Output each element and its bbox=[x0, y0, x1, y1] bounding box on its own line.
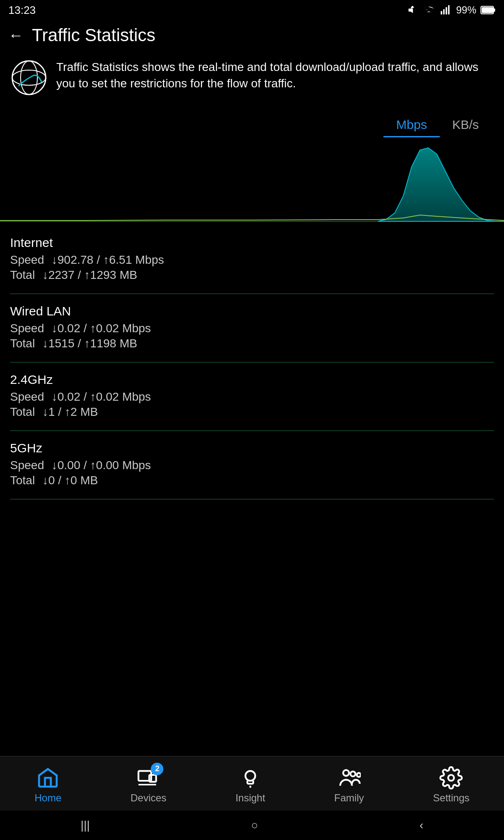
info-description: Traffic Statistics shows the real-time a… bbox=[56, 59, 494, 92]
wifi-5-total: Total ↓0 / ↑0 MB bbox=[10, 474, 494, 487]
nav-family[interactable]: Family bbox=[334, 766, 364, 804]
back-button[interactable]: ← bbox=[8, 26, 24, 44]
bottom-nav: Home 2 Devices Insight bbox=[0, 756, 504, 811]
menu-button[interactable]: ||| bbox=[81, 819, 90, 832]
svg-rect-3 bbox=[448, 5, 450, 14]
svg-point-16 bbox=[245, 771, 255, 780]
nav-insight-label: Insight bbox=[236, 792, 265, 804]
battery-icon bbox=[480, 5, 496, 15]
svg-point-19 bbox=[351, 771, 356, 776]
svg-rect-1 bbox=[443, 9, 445, 15]
tab-mbps[interactable]: Mbps bbox=[383, 113, 439, 137]
page-title: Traffic Statistics bbox=[32, 25, 155, 45]
internet-stat: Internet Speed ↓902.78 / ↑6.51 Mbps Tota… bbox=[10, 226, 494, 294]
nav-insight[interactable]: Insight bbox=[236, 766, 265, 804]
stats-section: Internet Speed ↓902.78 / ↑6.51 Mbps Tota… bbox=[0, 226, 504, 499]
family-icon bbox=[337, 766, 361, 790]
wifi-5-stat: 5GHz Speed ↓0.00 / ↑0.00 Mbps Total ↓0 /… bbox=[10, 431, 494, 499]
wifi-24-speed: Speed ↓0.02 / ↑0.02 Mbps bbox=[10, 390, 494, 404]
nav-devices[interactable]: 2 Devices bbox=[131, 766, 166, 804]
nav-home-label: Home bbox=[34, 792, 61, 804]
battery-text: 99% bbox=[456, 4, 476, 16]
svg-rect-6 bbox=[482, 7, 493, 13]
wifi-icon bbox=[423, 4, 435, 16]
internet-speed: Speed ↓902.78 / ↑6.51 Mbps bbox=[10, 253, 494, 267]
nav-settings-label: Settings bbox=[433, 792, 470, 804]
status-bar: 13:23 99% bbox=[0, 0, 504, 20]
system-nav-bar: ||| ○ ‹ bbox=[0, 811, 504, 840]
home-icon bbox=[36, 766, 60, 790]
svg-rect-2 bbox=[446, 7, 447, 15]
tab-bar: Mbps KB/s bbox=[0, 109, 504, 142]
internet-name: Internet bbox=[10, 236, 494, 250]
tab-kbs[interactable]: KB/s bbox=[440, 113, 491, 137]
wifi-24-total: Total ↓1 / ↑2 MB bbox=[10, 405, 494, 419]
status-icons: 99% bbox=[407, 4, 496, 16]
nav-devices-label: Devices bbox=[131, 792, 166, 804]
back-system-button[interactable]: ‹ bbox=[420, 819, 423, 832]
wifi-24-name: 2.4GHz bbox=[10, 373, 494, 387]
traffic-chart bbox=[0, 142, 504, 226]
devices-badge: 2 bbox=[151, 763, 163, 775]
wired-lan-stat: Wired LAN Speed ↓0.02 / ↑0.02 Mbps Total… bbox=[10, 294, 494, 362]
nav-home[interactable]: Home bbox=[34, 766, 61, 804]
chart-area bbox=[0, 142, 504, 226]
info-section: Traffic Statistics shows the real-time a… bbox=[0, 50, 504, 105]
signal-icon bbox=[439, 4, 452, 16]
svg-point-20 bbox=[357, 773, 361, 777]
svg-point-21 bbox=[448, 775, 454, 781]
status-time: 13:23 bbox=[8, 4, 36, 17]
nav-settings[interactable]: Settings bbox=[433, 766, 470, 804]
settings-icon bbox=[439, 766, 463, 790]
wired-lan-total: Total ↓1515 / ↑1198 MB bbox=[10, 337, 494, 350]
home-button[interactable]: ○ bbox=[251, 819, 258, 832]
wifi-5-name: 5GHz bbox=[10, 441, 494, 455]
wired-lan-speed: Speed ↓0.02 / ↑0.02 Mbps bbox=[10, 322, 494, 335]
traffic-icon bbox=[10, 59, 48, 97]
mute-icon bbox=[407, 4, 418, 16]
insight-icon bbox=[239, 766, 262, 790]
svg-rect-5 bbox=[494, 8, 495, 12]
nav-family-label: Family bbox=[334, 792, 364, 804]
svg-rect-0 bbox=[441, 11, 442, 14]
devices-icon: 2 bbox=[136, 766, 160, 790]
wired-lan-name: Wired LAN bbox=[10, 304, 494, 318]
internet-total: Total ↓2237 / ↑1293 MB bbox=[10, 268, 494, 282]
wifi-5-speed: Speed ↓0.00 / ↑0.00 Mbps bbox=[10, 459, 494, 472]
wifi-24-stat: 2.4GHz Speed ↓0.02 / ↑0.02 Mbps Total ↓1… bbox=[10, 362, 494, 431]
svg-point-18 bbox=[343, 770, 349, 776]
header: ← Traffic Statistics bbox=[0, 20, 504, 50]
